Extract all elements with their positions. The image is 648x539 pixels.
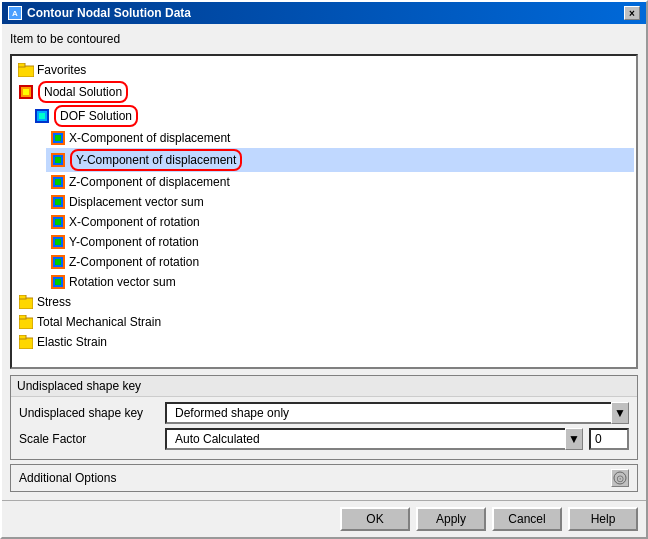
tree-item-stress[interactable]: Stress [14,292,634,312]
x-rotation-icon [50,214,66,230]
additional-panel: Additional Options ⊙ [10,464,638,492]
tree-item-favorites[interactable]: Favorites [14,60,634,80]
tree-item-elastic-strain[interactable]: Elastic Strain [14,332,634,352]
x-displacement-icon [50,130,66,146]
svg-rect-19 [55,199,61,205]
svg-rect-35 [19,315,26,319]
undisplaced-panel: Undisplaced shape key Undisplaced shape … [10,375,638,460]
total-strain-icon [18,314,34,330]
svg-rect-33 [19,295,26,299]
apply-button[interactable]: Apply [416,507,486,531]
scale-factor-select[interactable]: Auto Calculated Manual [165,428,583,450]
svg-rect-10 [55,135,61,141]
favorites-label: Favorites [37,61,86,79]
undisplaced-panel-header: Undisplaced shape key [11,376,637,397]
svg-rect-22 [55,219,61,225]
x-rotation-label: X-Component of rotation [69,213,200,231]
elastic-strain-icon [18,334,34,350]
y-displacement-oval: Y-Component of displacement [70,149,242,171]
z-rotation-label: Z-Component of rotation [69,253,199,271]
stress-icon [18,294,34,310]
svg-rect-32 [19,298,33,309]
dof-solution-oval: DOF Solution [54,105,138,127]
tree-item-total-strain[interactable]: Total Mechanical Strain [14,312,634,332]
tree-item-z-rotation[interactable]: Z-Component of rotation [46,252,634,272]
tree-item-z-displacement[interactable]: Z-Component of displacement [46,172,634,192]
tree-item-dof-solution[interactable]: DOF Solution [30,104,634,128]
tree-item-rot-vector[interactable]: Rotation vector sum [46,272,634,292]
titlebar-left: A Contour Nodal Solution Data [8,6,191,20]
tree-item-disp-vector[interactable]: Displacement vector sum [46,192,634,212]
svg-text:⊙: ⊙ [616,473,624,484]
total-strain-label: Total Mechanical Strain [37,313,161,331]
cancel-button[interactable]: Cancel [492,507,562,531]
tree-item-nodal-solution[interactable]: Nodal Solution [14,80,634,104]
additional-panel-header[interactable]: Additional Options ⊙ [11,465,637,491]
tree-item-x-displacement[interactable]: X-Component of displacement [46,128,634,148]
dof-solution-icon [34,108,50,124]
rot-vector-icon [50,274,66,290]
svg-rect-25 [55,239,61,245]
svg-rect-37 [19,335,26,339]
x-displacement-label: X-Component of displacement [69,129,230,147]
z-displacement-label: Z-Component of displacement [69,173,230,191]
ok-button[interactable]: OK [340,507,410,531]
expand-icon[interactable]: ⊙ [611,469,629,487]
help-button[interactable]: Help [568,507,638,531]
lower-sections: Undisplaced shape key Undisplaced shape … [10,375,638,492]
dof-solution-label: DOF Solution [60,109,132,123]
rot-vector-label: Rotation vector sum [69,273,176,291]
section-label: Item to be contoured [10,32,638,46]
main-window: A Contour Nodal Solution Data × Item to … [0,0,648,539]
svg-rect-13 [55,157,61,163]
disp-vector-icon [50,194,66,210]
undisplaced-panel-content: Undisplaced shape key Deformed shape onl… [11,397,637,459]
svg-rect-0 [18,66,34,77]
window-title: Contour Nodal Solution Data [27,6,191,20]
stress-label: Stress [37,293,71,311]
disp-vector-label: Displacement vector sum [69,193,204,211]
svg-rect-34 [19,318,33,329]
svg-rect-31 [55,279,61,285]
bottom-buttons: OK Apply Cancel Help [2,500,646,537]
y-displacement-label: Y-Component of displacement [76,153,236,167]
tree-item-y-rotation[interactable]: Y-Component of rotation [46,232,634,252]
svg-rect-4 [23,89,29,95]
y-rotation-icon [50,234,66,250]
svg-rect-16 [55,179,61,185]
y-displacement-icon [50,152,66,168]
tree-container[interactable]: Favorites Nodal Solution [10,54,638,369]
app-icon: A [8,6,22,20]
undisplaced-shape-select[interactable]: Deformed shape only Undeformed shape Und… [165,402,629,424]
z-rotation-icon [50,254,66,270]
section-icon [18,62,34,78]
scale-factor-input[interactable] [589,428,629,450]
scale-factor-label: Scale Factor [19,432,159,446]
nodal-solution-label: Nodal Solution [44,85,122,99]
nodal-solution-oval: Nodal Solution [38,81,128,103]
scale-factor-select-wrapper: Auto Calculated Manual ▼ [165,428,583,450]
svg-rect-1 [18,63,25,67]
svg-rect-7 [39,113,45,119]
svg-rect-28 [55,259,61,265]
y-rotation-label: Y-Component of rotation [69,233,199,251]
undisplaced-shape-select-wrapper: Deformed shape only Undeformed shape Und… [165,402,629,424]
undisplaced-shape-row: Undisplaced shape key Deformed shape onl… [19,402,629,424]
titlebar: A Contour Nodal Solution Data × [2,2,646,24]
elastic-strain-label: Elastic Strain [37,333,107,351]
tree-item-y-displacement[interactable]: Y-Component of displacement [46,148,634,172]
scale-factor-row: Scale Factor Auto Calculated Manual ▼ [19,428,629,450]
additional-panel-label: Additional Options [19,471,116,485]
undisplaced-shape-label: Undisplaced shape key [19,406,159,420]
close-button[interactable]: × [624,6,640,20]
tree-item-x-rotation[interactable]: X-Component of rotation [46,212,634,232]
nodal-solution-icon [18,84,34,100]
svg-rect-36 [19,338,33,349]
window-content: Item to be contoured Favorites [2,24,646,500]
z-displacement-icon [50,174,66,190]
